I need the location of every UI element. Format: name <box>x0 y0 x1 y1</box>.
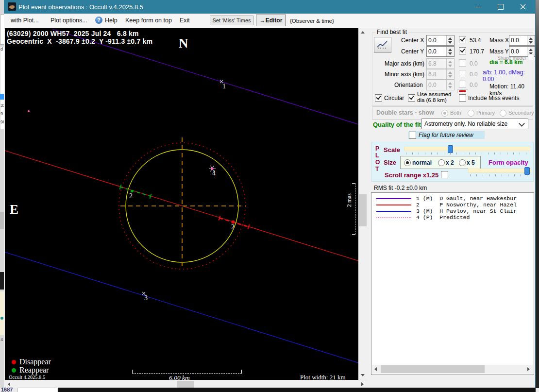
menu-item-with-plot[interactable]: with Plot... <box>11 17 39 24</box>
plot-letter-l: L <box>375 152 379 159</box>
scroll-range-label: Scroll range x1.25 <box>385 171 438 179</box>
ds-both-label: Both <box>450 110 461 116</box>
background-window-right-edge <box>536 0 539 392</box>
menu-bar: with Plot... Plot options... ? Help Keep… <box>4 14 535 29</box>
circular-checkbox[interactable] <box>375 94 382 102</box>
editor-button[interactable]: →Editor <box>256 15 286 26</box>
size-x2-radio[interactable] <box>438 159 445 166</box>
scale-slider-thumb[interactable] <box>448 145 453 153</box>
observation-list[interactable]: 1 (M) D Gault, near Hawkesbur 2 P Noswor… <box>371 192 534 375</box>
observation-row[interactable]: 2 P Nosworthy, near Hazel <box>371 202 534 208</box>
plot-hscrollbar[interactable] <box>5 380 367 388</box>
observer-time-label: {Observer & time} <box>290 18 334 24</box>
include-miss-checkbox[interactable] <box>459 94 466 102</box>
mass-x-spin-buttons[interactable] <box>527 35 535 45</box>
list-hscrollbar-thumb[interactable] <box>381 365 485 373</box>
major-unc-value: 0.0 <box>470 60 478 67</box>
mas-ruler <box>355 183 355 235</box>
ds-secondary-radio <box>500 110 506 117</box>
center-x-spinner[interactable]: 0.0 <box>426 35 455 46</box>
fit-y-value: 170.7 <box>470 48 484 55</box>
ab-dmag-label: a/b: 1.00, dMag: 0.00 <box>483 69 535 83</box>
chevron-down-icon <box>519 120 525 127</box>
plot-vscrollbar-thumb[interactable] <box>359 194 367 226</box>
compass-east-label: E <box>10 202 18 217</box>
minimize-button[interactable] <box>468 0 489 14</box>
plot-vscrollbar[interactable] <box>358 28 367 380</box>
center-x-spin-buttons[interactable] <box>446 35 454 45</box>
menu-item-keep-form-on-top[interactable]: Keep form on top <box>125 17 172 24</box>
plot-letter-o: O <box>375 159 380 166</box>
scroll-right-icon[interactable] <box>361 382 364 386</box>
fit-x-checkbox[interactable] <box>459 36 466 43</box>
set-miss-times-button[interactable]: Set ‘Miss’ Times <box>210 16 253 25</box>
screen: d 33 9 98 4 Plot event observations : Oc… <box>0 0 539 392</box>
size-normal-label: normal <box>412 159 432 166</box>
form-opacity-label: Form opacity <box>488 159 528 166</box>
center-y-spinner[interactable]: 0.0 <box>426 46 455 57</box>
scale-label: 6.00 km <box>169 374 190 380</box>
scroll-down-icon[interactable] <box>361 374 365 376</box>
size-x5-radio[interactable] <box>459 159 466 166</box>
major-axis-label: Major axis (km) <box>385 60 424 67</box>
observation-row[interactable]: 4 (P) Predicted <box>371 214 534 221</box>
orientation-spinner: 0.0 <box>426 80 455 90</box>
orientation-unc-checkbox <box>459 81 466 88</box>
size-normal-radio[interactable] <box>404 159 411 166</box>
opacity-slider-track[interactable] <box>468 169 531 173</box>
menu-item-help[interactable]: Help <box>105 17 118 24</box>
plot-width-label: Plot width: 21 km <box>300 374 346 380</box>
close-button[interactable] <box>512 0 534 14</box>
center-y-label: Center Y <box>401 48 424 55</box>
use-assumed-checkbox[interactable] <box>408 94 415 102</box>
plot-hscrollbar-thumb[interactable] <box>177 381 194 388</box>
maximize-button[interactable] <box>490 0 512 14</box>
scroll-up-icon[interactable] <box>361 31 365 34</box>
plot-canvas <box>5 28 358 380</box>
observation-row[interactable]: 1 (M) D Gault, near Hawkesbur <box>371 195 534 202</box>
find-best-fit-button[interactable] <box>374 37 391 53</box>
minor-axis-label: Minor axis (km) <box>385 71 424 78</box>
disappear-dot <box>12 360 16 364</box>
flag-label: Flag for future review <box>419 132 473 138</box>
scroll-left-icon[interactable] <box>8 382 10 386</box>
scale-slider-track[interactable] <box>404 147 530 151</box>
list-scroll-right-icon[interactable] <box>527 367 530 371</box>
close-icon <box>520 4 526 10</box>
double-stars-label: Double stars - show <box>376 109 434 116</box>
center-y-spin-buttons[interactable] <box>446 47 454 56</box>
chord-1-swatch <box>376 198 411 199</box>
opacity-slider-thumb[interactable] <box>524 167 530 175</box>
major-unc-checkbox <box>459 59 466 67</box>
list-hscrollbar[interactable] <box>372 365 533 374</box>
chord-3-number: 3 <box>144 294 148 302</box>
quality-select[interactable]: Astrometry only. No reliable size <box>421 119 528 129</box>
double-stars-group: Double stars - show Both Primary Seconda… <box>372 106 533 119</box>
opacity-slider-ticks <box>470 174 529 176</box>
fit-y-checkbox[interactable] <box>459 47 466 54</box>
list-scroll-left-icon[interactable] <box>374 367 377 371</box>
reappear-label: Reappear <box>19 366 49 375</box>
scroll-range-checkbox[interactable] <box>441 171 448 178</box>
scale-bar <box>132 373 242 374</box>
circular-label: Circular <box>384 95 404 102</box>
mass-x-spinner[interactable]: 0.0 <box>509 35 535 46</box>
size-x2-label: x 2 <box>446 159 454 166</box>
flag-checkbox[interactable] <box>409 132 416 139</box>
menu-item-exit[interactable]: Exit <box>180 17 190 24</box>
chord-2-swatch <box>376 205 411 205</box>
reappear-dot <box>12 368 16 373</box>
size-radio-group: normal x 2 x 5 <box>400 156 481 169</box>
menu-item-plot-options[interactable]: Plot options... <box>51 17 87 24</box>
orientation-indicator <box>457 89 468 93</box>
minor-unc-checkbox <box>459 70 466 77</box>
plot-letter-p: P <box>375 145 379 152</box>
control-panel: Find best fit Center X 0.0 53.4 Mass X 0… <box>367 28 535 388</box>
find-best-fit-label: Find best fit <box>375 29 408 35</box>
quality-label: Quality of the fit <box>373 121 421 128</box>
use-assumed-label: Use assumed dia (6.8 km) <box>417 91 459 103</box>
observation-row[interactable]: 3 (M) H Pavlov, near St Clair <box>371 208 534 214</box>
plot-title: (63029) 2000 WH57 2025 Jul 24 6.8 km <box>7 30 139 37</box>
plot-area[interactable]: (63029) 2000 WH57 2025 Jul 24 6.8 km Geo… <box>5 28 358 380</box>
chord-4-number: 4 <box>212 170 216 177</box>
